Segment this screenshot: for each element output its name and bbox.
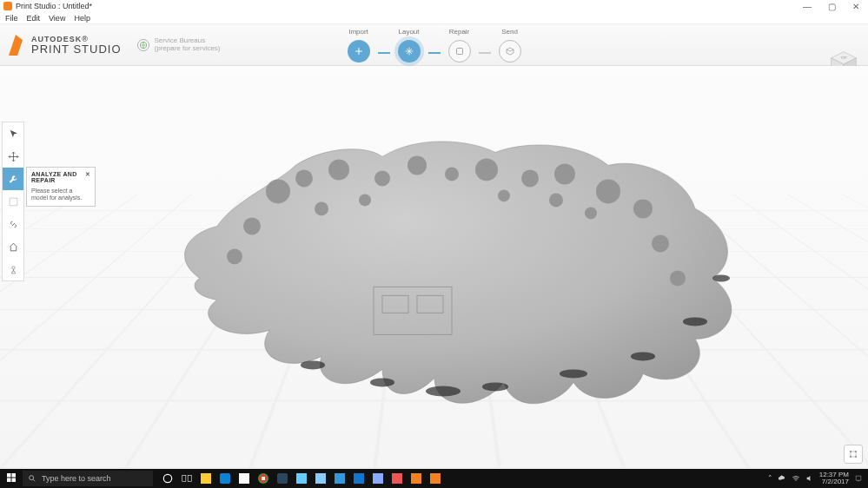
svg-point-22 xyxy=(498,189,510,201)
minimize-button[interactable]: — xyxy=(795,2,819,11)
printstudio-icon[interactable] xyxy=(429,472,441,485)
svg-rect-45 xyxy=(12,478,17,483)
svg-point-10 xyxy=(445,167,459,181)
svg-point-35 xyxy=(712,274,730,281)
stage-layout-button[interactable] xyxy=(398,40,421,63)
svg-point-12 xyxy=(521,169,539,187)
app-icon-2[interactable] xyxy=(315,472,327,485)
svg-point-33 xyxy=(301,360,325,369)
svg-point-20 xyxy=(315,201,328,215)
svg-point-8 xyxy=(374,170,390,186)
panel-body: Please select a model for analysis. xyxy=(31,188,90,202)
globe-icon xyxy=(137,39,149,51)
svg-point-46 xyxy=(30,476,34,480)
taskbar-apps xyxy=(162,472,441,485)
stage-repair-label: Repair xyxy=(449,28,470,38)
brand: AUTODESK® PRINT STUDIO xyxy=(0,33,122,57)
move-tool[interactable] xyxy=(3,145,23,168)
menu-view[interactable]: View xyxy=(49,14,65,23)
panel-title: ANALYZE AND REPAIR xyxy=(31,171,85,183)
preview-tool[interactable] xyxy=(3,258,23,280)
store-icon[interactable] xyxy=(238,472,250,485)
viewport[interactable] xyxy=(0,66,868,469)
svg-point-31 xyxy=(560,369,587,378)
onedrive-icon[interactable] xyxy=(778,474,786,483)
system-tray: ˄ 12:37 PM 7/2/2017 xyxy=(768,472,868,485)
window-titlebar: Print Studio : Untitled* — ▢ ✕ xyxy=(0,0,868,12)
taskbar-clock[interactable]: 12:37 PM 7/2/2017 xyxy=(819,472,849,485)
stage-import-label: Import xyxy=(348,28,368,38)
windows-taskbar: Type here to search ˄ 12:37 PM 7/2/2017 xyxy=(0,469,868,488)
svg-rect-43 xyxy=(12,473,17,478)
stage-send-button[interactable] xyxy=(499,40,521,63)
explorer-icon[interactable] xyxy=(200,472,212,485)
cortana-icon[interactable] xyxy=(162,472,174,485)
clock-date: 7/2/2017 xyxy=(819,478,849,485)
svg-rect-42 xyxy=(7,473,11,478)
svg-rect-49 xyxy=(188,476,191,482)
app-icon-3[interactable] xyxy=(334,472,346,485)
taskview-icon[interactable] xyxy=(181,472,193,485)
svg-rect-1 xyxy=(456,48,462,54)
svg-point-16 xyxy=(243,217,261,234)
svg-point-30 xyxy=(370,378,394,386)
svg-point-6 xyxy=(295,169,313,187)
chrome-icon[interactable] xyxy=(257,472,269,485)
svg-point-18 xyxy=(652,234,669,252)
viewcube-top-label: TOP xyxy=(840,56,847,60)
svg-rect-50 xyxy=(856,476,861,480)
link-tool[interactable] xyxy=(3,213,23,235)
svg-point-9 xyxy=(407,155,427,175)
svg-point-11 xyxy=(475,158,498,181)
volume-icon[interactable] xyxy=(805,474,814,483)
stage-import-button[interactable] xyxy=(348,40,370,63)
svg-point-5 xyxy=(266,179,290,203)
tray-chevron-icon[interactable]: ˄ xyxy=(768,474,772,483)
app-icon-5[interactable] xyxy=(372,472,384,485)
model-mesh[interactable] xyxy=(122,96,747,425)
wifi-icon[interactable] xyxy=(792,474,800,483)
svg-point-14 xyxy=(596,179,620,203)
svg-point-28 xyxy=(426,386,461,396)
svg-rect-44 xyxy=(7,478,11,483)
menu-help[interactable]: Help xyxy=(74,14,90,23)
repair-tool[interactable] xyxy=(3,168,23,190)
edge-icon[interactable] xyxy=(219,472,231,485)
stage-layout-label: Layout xyxy=(398,28,419,38)
fusion-icon[interactable] xyxy=(410,472,422,485)
svg-rect-36 xyxy=(10,198,17,206)
svg-point-32 xyxy=(631,352,655,360)
service-bureaus[interactable]: Service Bureaus (prepare for services) xyxy=(137,37,221,53)
menu-edit[interactable]: Edit xyxy=(27,14,41,23)
start-button[interactable] xyxy=(0,472,23,485)
app-icon-4[interactable] xyxy=(353,472,365,485)
menu-file[interactable]: File xyxy=(5,14,18,23)
app-icon-6[interactable] xyxy=(391,472,403,485)
network-button[interactable] xyxy=(844,445,863,464)
svg-point-7 xyxy=(328,159,349,180)
close-button[interactable]: ✕ xyxy=(844,2,868,11)
taskbar-search[interactable]: Type here to search xyxy=(23,471,153,486)
brand-line2: PRINT STUDIO xyxy=(31,43,122,55)
analyze-repair-panel: ANALYZE AND REPAIR ✕ Please select a mod… xyxy=(26,167,96,207)
svg-point-23 xyxy=(549,193,563,207)
select-tool[interactable] xyxy=(3,122,23,145)
window-title: Print Studio : Untitled* xyxy=(16,2,92,10)
autodesk-logo-icon xyxy=(7,33,24,57)
app-header: AUTODESK® PRINT STUDIO Service Bureaus (… xyxy=(0,24,868,66)
workflow-stages: Import Layout Repair Send xyxy=(340,24,529,65)
panel-close-button[interactable]: ✕ xyxy=(85,171,90,183)
svg-point-19 xyxy=(670,270,686,286)
steam-icon[interactable] xyxy=(276,472,288,485)
support-tool[interactable] xyxy=(3,235,23,258)
svg-point-37 xyxy=(11,266,14,268)
scale-tool[interactable] xyxy=(3,190,23,213)
notifications-icon[interactable] xyxy=(854,474,863,483)
svg-point-24 xyxy=(585,207,597,219)
svg-point-29 xyxy=(482,382,508,391)
stage-repair-button[interactable] xyxy=(448,40,471,63)
maximize-button[interactable]: ▢ xyxy=(819,2,844,11)
menu-bar: File Edit View Help xyxy=(0,12,868,24)
left-toolbar xyxy=(2,122,24,281)
app-icon-1[interactable] xyxy=(295,472,308,485)
